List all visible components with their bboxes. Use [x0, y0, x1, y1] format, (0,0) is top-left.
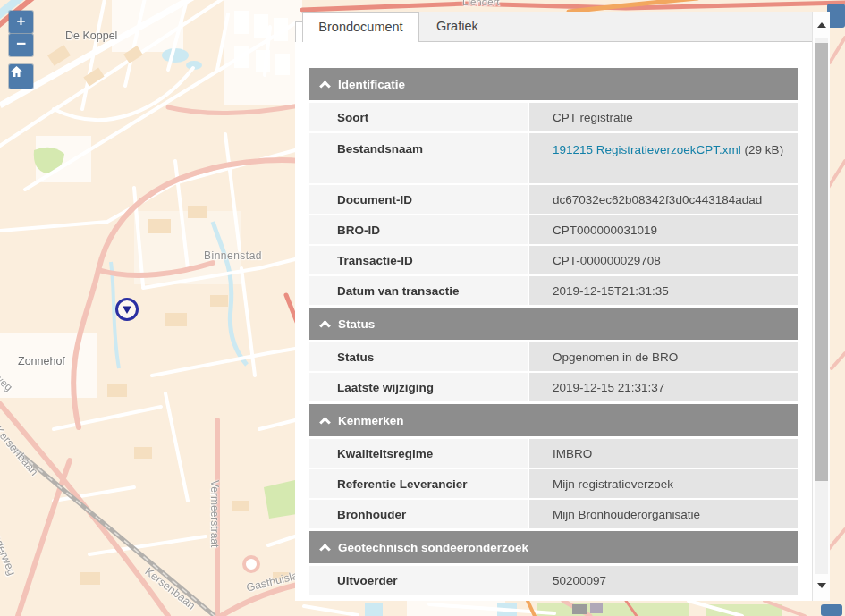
- table-row-bronhouder: Bronhouder Mijn Bronhouderorganisatie: [309, 500, 798, 528]
- scroll-down-button[interactable]: [814, 574, 830, 597]
- file-size-text: (29 kB): [741, 143, 783, 156]
- table-row-kwaliteitsregime: Kwaliteitsregime IMBRO: [309, 439, 798, 468]
- bro-viewer-window: De Koppel Liendert Binnenstad Zonnehof k…: [0, 0, 845, 616]
- row-value: 50200097: [529, 566, 798, 595]
- panel-content: Identificatie Soort CPT registratie Best…: [295, 42, 812, 601]
- chevron-up-icon: [319, 544, 331, 555]
- arrow-down-icon: [817, 583, 826, 588]
- detail-panel: Brondocument Grafiek Identificatie Soort…: [295, 12, 812, 601]
- table-row-laatste-wijziging: Laatste wijziging 2019-12-15 21:31:37: [309, 373, 798, 401]
- row-label: Bestandsnaam: [309, 133, 528, 183]
- table-row-document-id: Document-ID dc67032ec62b08342f3d0c443184…: [309, 185, 798, 214]
- row-value: Opgenomen in de BRO: [529, 342, 798, 371]
- row-value: dc67032ec62b08342f3d0c443184adad: [529, 185, 798, 214]
- row-label: Datum van transactie: [309, 276, 528, 305]
- section-header-identificatie[interactable]: Identificatie: [309, 68, 798, 100]
- tab-strip-stub: [295, 21, 302, 42]
- scroll-up-button[interactable]: [814, 13, 830, 37]
- cpt-location-marker[interactable]: [114, 296, 140, 323]
- map-edge-button-top[interactable]: [827, 4, 845, 28]
- map-edge-button-bottom[interactable]: [821, 604, 842, 616]
- row-value: IMBRO: [529, 439, 798, 468]
- table-row-bestandsnaam: Bestandsnaam 191215 RegistratieverzoekCP…: [309, 133, 798, 183]
- zoom-in-button[interactable]: +: [9, 11, 33, 33]
- row-value: 2019-12-15 21:31:37: [529, 373, 798, 401]
- row-label: Bronhouder: [309, 500, 528, 528]
- tab-brondocument[interactable]: Brondocument: [302, 12, 419, 42]
- row-value: 2019-12-15T21:31:35: [529, 276, 798, 305]
- row-label: Status: [309, 342, 528, 371]
- row-label: Transactie-ID: [309, 246, 528, 274]
- table-row-transactie-id: Transactie-ID CPT-000000029708: [309, 246, 798, 274]
- table-row-soort: Soort CPT registratie: [309, 103, 798, 131]
- zoom-out-button[interactable]: −: [9, 34, 33, 56]
- tab-strip-rest: Grafiek: [419, 12, 812, 42]
- tab-grafiek[interactable]: Grafiek: [419, 12, 495, 41]
- table-row-status: Status Opgenomen in de BRO: [309, 342, 798, 371]
- section-title: Status: [338, 317, 375, 331]
- section-title: Identificatie: [338, 78, 405, 91]
- section-header-kenmerken[interactable]: Kenmerken: [309, 404, 798, 436]
- file-download-link[interactable]: 191215 RegistratieverzoekCPT.xml: [553, 143, 741, 156]
- row-value: CPT000000031019: [529, 215, 798, 244]
- row-label: Document-ID: [309, 185, 528, 214]
- table-row-referentie-leverancier: Referentie Leverancier Mijn registratiev…: [309, 469, 798, 498]
- row-value: Mijn Bronhouderorganisatie: [529, 500, 798, 528]
- row-value: Mijn registratieverzoek: [529, 469, 798, 498]
- row-value: CPT-000000029708: [529, 246, 798, 274]
- section-header-geotechnisch-sondeeronderzoek[interactable]: Geotechnisch sondeeronderzoek: [309, 531, 798, 563]
- row-value: CPT registratie: [529, 103, 798, 131]
- table-row-uitvoerder: Uitvoerder 50200097: [309, 566, 798, 595]
- chevron-up-icon: [319, 417, 331, 428]
- chevron-up-icon: [319, 320, 331, 332]
- section-header-status[interactable]: Status: [309, 308, 798, 340]
- row-label: Kwaliteitsregime: [309, 439, 528, 468]
- table-row-bro-id: BRO-ID CPT000000031019: [309, 215, 798, 244]
- row-label: Uitvoerder: [309, 566, 528, 595]
- table-row-datum-transactie: Datum van transactie 2019-12-15T21:31:35: [309, 276, 798, 305]
- section-title: Geotechnisch sondeeronderzoek: [338, 541, 528, 554]
- row-value: 191215 RegistratieverzoekCPT.xml (29 kB): [529, 133, 798, 183]
- row-label: Laatste wijziging: [309, 373, 528, 401]
- row-label: Referentie Leverancier: [309, 469, 528, 498]
- arrow-up-icon: [817, 22, 826, 28]
- home-button[interactable]: [9, 64, 33, 89]
- panel-scrollbar[interactable]: [812, 12, 830, 601]
- chevron-up-icon: [319, 80, 331, 92]
- tab-strip: Brondocument Grafiek: [295, 12, 812, 42]
- scrollbar-thumb[interactable]: [815, 43, 828, 481]
- section-title: Kenmerken: [338, 414, 404, 427]
- row-label: BRO-ID: [309, 215, 528, 244]
- row-label: Soort: [309, 103, 528, 131]
